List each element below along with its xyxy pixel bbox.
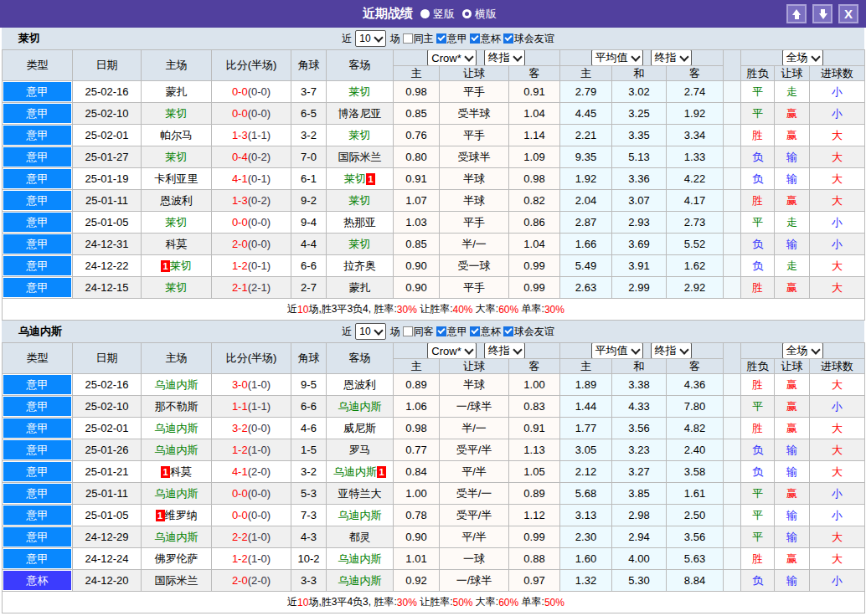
cell-corner: 10-2 xyxy=(291,548,327,570)
cell-avg-home: 2.04 xyxy=(560,190,612,212)
average-select[interactable]: 平均值 xyxy=(591,343,643,359)
cell-result-goals: 大 xyxy=(810,125,865,146)
average-select[interactable]: 平均值 xyxy=(591,50,643,66)
result-text: 平 xyxy=(752,106,763,121)
col-away: 客场 xyxy=(327,50,394,81)
cell-result-goals: 大 xyxy=(810,461,865,483)
home-team-name: 佛罗伦萨 xyxy=(155,552,198,567)
company-select[interactable]: Crow* xyxy=(427,50,476,66)
cell-avg-draw: 3.36 xyxy=(612,168,667,190)
halftime-score: (1-0) xyxy=(248,552,271,565)
halftime-score: (1-1) xyxy=(248,400,271,413)
result-text: 负 xyxy=(752,150,763,165)
final-odds-select[interactable]: 终指 xyxy=(484,50,525,66)
cell-avg-home: 3.13 xyxy=(560,505,612,526)
cell-league: 意甲 xyxy=(3,168,73,190)
league-checkbox-0[interactable] xyxy=(436,33,446,44)
col-result-handicap: 让球 xyxy=(775,66,810,81)
cell-result: 负 xyxy=(741,461,775,483)
cell-odds-away: 1.04 xyxy=(509,234,560,255)
result-text: 走 xyxy=(786,85,797,100)
chevron-down-icon xyxy=(679,52,688,61)
cell-score: 1-3(1-1) xyxy=(212,125,291,146)
cell-avg-home: 1.44 xyxy=(560,396,612,418)
result-text: 赢 xyxy=(786,128,797,143)
red-card-badge: 1 xyxy=(366,173,375,185)
recent-count-select[interactable]: 10 xyxy=(355,323,385,340)
move-down-button[interactable] xyxy=(812,4,832,23)
col-odds-away: 客 xyxy=(509,66,560,81)
home-team-name: 莱切 xyxy=(166,280,188,295)
cell-odds-handicap: 受半/一 xyxy=(440,483,509,505)
cell-corner: 4-6 xyxy=(291,418,327,439)
move-up-button[interactable] xyxy=(786,4,807,23)
recent-count-select-value: 10 xyxy=(359,33,370,44)
col-type: 类型 xyxy=(3,50,73,81)
away-team-name: 乌迪内斯 xyxy=(338,508,382,523)
cell-away: 热那亚 xyxy=(327,212,394,234)
chevron-down-icon xyxy=(464,52,473,61)
away-team-name: 莱切 xyxy=(349,237,371,252)
cell-corner: 6-6 xyxy=(291,396,327,418)
cell-score: 1-1(1-1) xyxy=(212,396,291,418)
halftime-score: (0-1) xyxy=(248,172,271,185)
cell-league: 意甲 xyxy=(3,81,73,103)
cell-odds-away: 0.99 xyxy=(509,255,560,277)
league-badge: 意甲 xyxy=(3,169,71,188)
cell-odds-handicap: 受平/半 xyxy=(440,439,509,461)
final-odds-select[interactable]: 终指 xyxy=(484,343,525,359)
radio-horizontal[interactable]: 横版 xyxy=(462,7,497,22)
cell-score: 2-2(1-0) xyxy=(212,526,291,548)
cell-date: 24-12-24 xyxy=(73,548,142,570)
cell-corner: 3-2 xyxy=(291,125,327,146)
cell-odds-away: 0.91 xyxy=(509,418,560,439)
fulltime-score: 1-2 xyxy=(232,444,248,456)
close-button[interactable]: X xyxy=(838,4,858,23)
cell-corner: 5-3 xyxy=(291,483,327,505)
cell-avg-away: 2.50 xyxy=(667,505,724,526)
cell-odds-handicap: 一球 xyxy=(440,548,509,570)
fulltime-score: 0-0 xyxy=(232,107,248,120)
results-table: 类型日期主场比分(半场)角球客场Crow*终指平均值终指全场主让球客主和客胜负让… xyxy=(2,49,865,321)
cell-avg-draw: 3.27 xyxy=(612,461,667,483)
league-checkbox-1[interactable] xyxy=(470,326,480,336)
cell-score: 4-1(2-0) xyxy=(212,461,291,483)
recent-count-select[interactable]: 10 xyxy=(355,30,385,47)
cell-home: 国际米兰 xyxy=(142,570,212,592)
final-odds-select-2[interactable]: 终指 xyxy=(651,343,692,359)
result-text: 负 xyxy=(752,443,763,458)
scope-select-value: 全场 xyxy=(786,343,808,358)
league-checkbox-1[interactable] xyxy=(470,33,480,44)
league-checkbox-2[interactable] xyxy=(503,33,513,44)
red-card-badge: 1 xyxy=(377,466,386,478)
league-badge: 意甲 xyxy=(3,506,71,525)
home-team-name: 莱切 xyxy=(166,215,188,230)
col-result-handicap: 让球 xyxy=(775,359,810,374)
team-name: 乌迪内斯 xyxy=(18,324,62,339)
cell-odds-handicap: 一/球半 xyxy=(440,396,509,418)
scope-select[interactable]: 全场 xyxy=(782,343,823,359)
cell-corner: 9-5 xyxy=(291,374,327,396)
summary-part: 60% xyxy=(498,304,518,316)
average-select-value: 平均值 xyxy=(595,50,628,65)
summary-part: 10 xyxy=(297,304,308,316)
league-badge: 意甲 xyxy=(3,418,71,438)
cell-avg-away: 3.58 xyxy=(667,461,724,483)
same-venue-checkbox[interactable] xyxy=(403,326,413,336)
scope-select[interactable]: 全场 xyxy=(782,50,823,66)
cell-result-handicap: 赢 xyxy=(775,548,810,570)
final-odds-select-2[interactable]: 终指 xyxy=(651,50,692,66)
league-checkbox-2[interactable] xyxy=(503,326,513,336)
radio-vertical[interactable]: 竖版 xyxy=(420,7,455,22)
result-text: 胜 xyxy=(752,193,763,208)
cell-odds-away: 0.98 xyxy=(509,168,560,190)
cell-result-handicap: 输 xyxy=(775,234,810,255)
league-checkbox-0[interactable] xyxy=(436,326,446,336)
same-venue-checkbox[interactable] xyxy=(403,33,413,44)
cell-spacer xyxy=(724,483,741,505)
cell-avg-away: 7.80 xyxy=(667,396,724,418)
cell-avg-draw: 3.38 xyxy=(612,374,667,396)
away-team-name: 莱切 xyxy=(349,128,371,143)
company-select[interactable]: Crow* xyxy=(427,343,476,359)
result-text: 赢 xyxy=(786,106,797,121)
